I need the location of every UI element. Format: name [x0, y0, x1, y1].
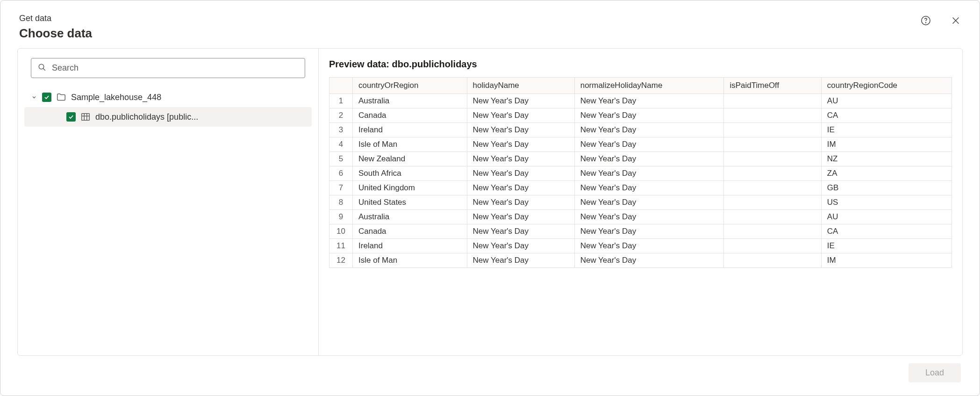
navigator-pane: Sample_lakehouse_448 dbo.public: [18, 49, 319, 355]
table-cell: New Year's Day: [574, 239, 724, 253]
table-cell: CA: [821, 108, 951, 123]
table-cell: Isle of Man: [353, 137, 467, 152]
row-number-cell: 8: [329, 195, 353, 210]
table-cell: Canada: [353, 108, 467, 123]
table-cell: New Year's Day: [467, 224, 574, 239]
table-cell: Canada: [353, 224, 467, 239]
table-row[interactable]: 9AustraliaNew Year's DayNew Year's DayAU: [329, 210, 952, 224]
table-cell: IE: [821, 239, 951, 253]
table-cell: [724, 94, 821, 108]
page-title: Choose data: [19, 26, 92, 41]
table-cell: IM: [821, 137, 951, 152]
tree-item-root[interactable]: Sample_lakehouse_448: [24, 87, 312, 107]
search-icon: [38, 63, 46, 73]
table-row[interactable]: 2CanadaNew Year's DayNew Year's DayCA: [329, 108, 952, 123]
table-cell: United Kingdom: [353, 181, 467, 195]
table-cell: New Year's Day: [574, 253, 724, 268]
column-header[interactable]: holidayName: [467, 78, 574, 94]
row-number-cell: 1: [329, 94, 353, 108]
table-cell: [724, 123, 821, 137]
table-row[interactable]: 1AustraliaNew Year's DayNew Year's DayAU: [329, 94, 952, 108]
tree-item-table-label: dbo.publicholidays [public...: [95, 112, 198, 122]
table-cell: Ireland: [353, 239, 467, 253]
table-cell: New Year's Day: [574, 181, 724, 195]
row-number-header: [329, 78, 353, 94]
table-cell: New Year's Day: [574, 152, 724, 166]
table-cell: [724, 195, 821, 210]
table-cell: CA: [821, 224, 951, 239]
row-number-cell: 4: [329, 137, 353, 152]
table-cell: New Zealand: [353, 152, 467, 166]
table-cell: [724, 239, 821, 253]
table-cell: New Year's Day: [574, 195, 724, 210]
table-row[interactable]: 12Isle of ManNew Year's DayNew Year's Da…: [329, 253, 952, 268]
table-cell: [724, 181, 821, 195]
table-cell: [724, 224, 821, 239]
table-row[interactable]: 10CanadaNew Year's DayNew Year's DayCA: [329, 224, 952, 239]
checkbox-root[interactable]: [42, 93, 51, 102]
row-number-cell: 2: [329, 108, 353, 123]
row-number-cell: 6: [329, 166, 353, 181]
table-cell: New Year's Day: [574, 94, 724, 108]
table-body: 1AustraliaNew Year's DayNew Year's DayAU…: [329, 94, 952, 268]
table-cell: South Africa: [353, 166, 467, 181]
tree: Sample_lakehouse_448 dbo.public: [24, 85, 312, 130]
table-cell: New Year's Day: [574, 123, 724, 137]
table-cell: NZ: [821, 152, 951, 166]
search-input[interactable]: [52, 63, 298, 73]
preview-title: Preview data: dbo.publicholidays: [329, 59, 952, 70]
row-number-cell: 5: [329, 152, 353, 166]
table-cell: New Year's Day: [467, 137, 574, 152]
table-icon: [80, 112, 91, 122]
column-header[interactable]: normalizeHolidayName: [574, 78, 724, 94]
column-header[interactable]: countryOrRegion: [353, 78, 467, 94]
table-cell: Isle of Man: [353, 253, 467, 268]
table-row[interactable]: 6South AfricaNew Year's DayNew Year's Da…: [329, 166, 952, 181]
table-cell: [724, 152, 821, 166]
tree-item-table[interactable]: dbo.publicholidays [public...: [24, 107, 312, 127]
table-cell: Australia: [353, 210, 467, 224]
row-number-cell: 9: [329, 210, 353, 224]
table-cell: New Year's Day: [467, 239, 574, 253]
header-right: [921, 14, 961, 27]
table-cell: [724, 210, 821, 224]
table-cell: Ireland: [353, 123, 467, 137]
preview-table[interactable]: countryOrRegion holidayName normalizeHol…: [329, 77, 952, 268]
table-row[interactable]: 3IrelandNew Year's DayNew Year's DayIE: [329, 123, 952, 137]
close-button[interactable]: [951, 15, 961, 27]
column-header[interactable]: countryRegionCode: [821, 78, 951, 94]
get-data-dialog: Get data Choose data: [0, 0, 980, 396]
dialog-footer: Load: [0, 363, 980, 396]
svg-rect-3: [82, 114, 90, 121]
tree-item-root-label: Sample_lakehouse_448: [71, 93, 161, 102]
svg-point-2: [39, 64, 44, 69]
table-cell: ZA: [821, 166, 951, 181]
dialog-body: Sample_lakehouse_448 dbo.public: [17, 48, 963, 356]
preview-pane: Preview data: dbo.publicholidays country…: [319, 49, 962, 355]
row-number-cell: 3: [329, 123, 353, 137]
table-row[interactable]: 11IrelandNew Year's DayNew Year's DayIE: [329, 239, 952, 253]
load-button[interactable]: Load: [908, 363, 961, 382]
header-left: Get data Choose data: [19, 14, 92, 41]
table-row[interactable]: 7United KingdomNew Year's DayNew Year's …: [329, 181, 952, 195]
table-row[interactable]: 5New ZealandNew Year's DayNew Year's Day…: [329, 152, 952, 166]
table-row[interactable]: 4Isle of ManNew Year's DayNew Year's Day…: [329, 137, 952, 152]
row-number-cell: 10: [329, 224, 353, 239]
table-cell: New Year's Day: [467, 108, 574, 123]
help-icon: [921, 15, 931, 27]
table-cell: New Year's Day: [574, 224, 724, 239]
checkbox-table[interactable]: [66, 112, 76, 122]
table-cell: New Year's Day: [467, 195, 574, 210]
row-number-cell: 7: [329, 181, 353, 195]
table-cell: New Year's Day: [467, 181, 574, 195]
help-button[interactable]: [921, 15, 931, 27]
dialog-header: Get data Choose data: [0, 0, 980, 48]
table-cell: GB: [821, 181, 951, 195]
table-row[interactable]: 8United StatesNew Year's DayNew Year's D…: [329, 195, 952, 210]
table-cell: New Year's Day: [467, 94, 574, 108]
row-number-cell: 11: [329, 239, 353, 253]
chevron-down-icon[interactable]: [31, 94, 37, 100]
table-cell: [724, 253, 821, 268]
table-cell: United States: [353, 195, 467, 210]
column-header[interactable]: isPaidTimeOff: [724, 78, 821, 94]
